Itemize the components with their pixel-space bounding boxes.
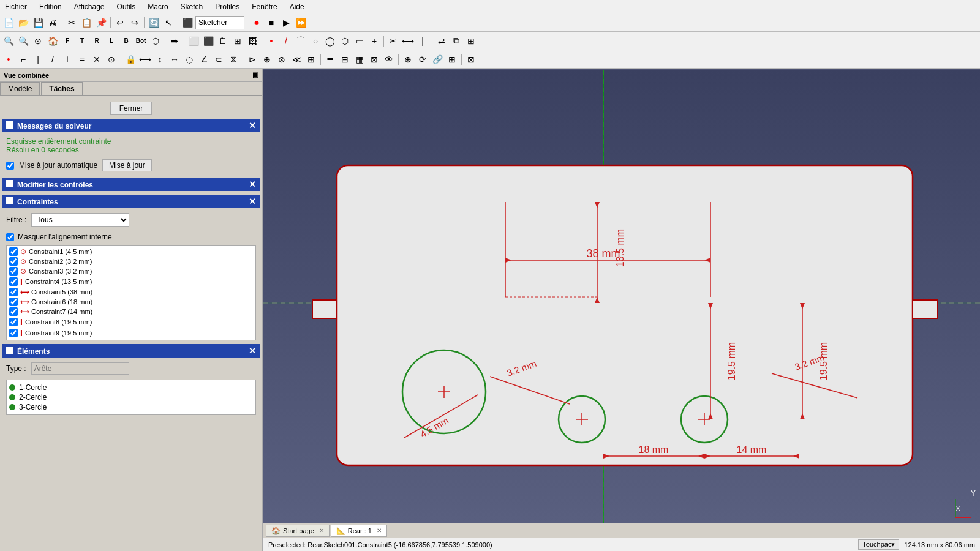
menu-fichier[interactable]: Fichier [2, 2, 29, 12]
cursor-btn[interactable]: ↖ [162, 16, 175, 29]
sk-line[interactable]: / [279, 34, 293, 48]
constraint-check-9[interactable] [9, 329, 18, 337]
touchpac-dropdown[interactable]: Touchpac▾ [858, 539, 899, 550]
sk-arc[interactable]: ⌒ [294, 34, 307, 48]
view-top[interactable]: T [75, 34, 89, 48]
sk-poly[interactable]: ⬡ [338, 34, 352, 48]
close-button[interactable]: Fermer [110, 102, 153, 115]
open-btn[interactable]: 📂 [17, 16, 30, 29]
con-circle-c[interactable]: ⊙ [105, 53, 118, 66]
tab-start-close-icon[interactable]: ✕ [319, 527, 324, 534]
sk-circle[interactable]: ○ [309, 34, 322, 48]
con-point[interactable]: • [2, 53, 15, 66]
view-iso[interactable]: ⬡ [149, 34, 162, 48]
view-right[interactable]: R [90, 34, 104, 48]
constraint-item-7[interactable]: ⟷ Constraint7 (14 mm) [8, 307, 254, 317]
con-equal[interactable]: = [75, 53, 89, 66]
tab-modele[interactable]: Modèle [0, 82, 40, 95]
sk-more[interactable]: + [368, 34, 381, 48]
constraint-check-5[interactable] [9, 288, 18, 296]
con-sym[interactable]: ⧖ [227, 53, 240, 66]
con-dim[interactable]: ↔ [168, 53, 181, 66]
view-std2[interactable]: ⬛ [202, 34, 215, 48]
view-std1[interactable]: ⬜ [187, 34, 200, 48]
con-list4[interactable]: ⊠ [368, 53, 381, 66]
paste-btn[interactable]: 📌 [94, 16, 108, 29]
auto-update-checkbox[interactable] [6, 162, 14, 170]
con-del[interactable]: ⟳ [416, 53, 429, 66]
con-list1[interactable]: ≣ [323, 53, 337, 66]
play-btn[interactable]: ▶ [279, 16, 293, 29]
con-hori[interactable]: ⟷ [138, 53, 152, 66]
con-last[interactable]: ⊞ [445, 53, 459, 66]
con-cross[interactable]: ✕ [90, 53, 104, 66]
sketcher-dropdown[interactable]: Sketcher [195, 16, 244, 29]
element-item-2[interactable]: 2-Cercle [9, 392, 253, 402]
element-item-1[interactable]: 1-Cercle [9, 383, 253, 392]
constraint-item-9[interactable]: I Constraint9 (19.5 mm) [8, 328, 254, 339]
elements-close-icon[interactable]: ✕ [249, 346, 256, 356]
solver-section-header[interactable]: Messages du solveur ✕ [2, 119, 260, 132]
menu-edition[interactable]: Edition [37, 2, 64, 12]
constraint-item-6[interactable]: ⟷ Constraint6 (18 mm) [8, 297, 254, 307]
sk-extend[interactable]: ⟷ [401, 34, 415, 48]
con-ext2[interactable]: ⊕ [260, 53, 274, 66]
contraintes-close-icon[interactable]: ✕ [249, 197, 256, 206]
view-fit[interactable]: 🔍 [2, 34, 15, 48]
con-vert2[interactable]: ↕ [153, 53, 167, 66]
sk-array[interactable]: ⊞ [464, 34, 478, 48]
con-ext5[interactable]: ⊞ [304, 53, 318, 66]
element-item-3[interactable]: 3-Cercle [9, 402, 253, 412]
constraint-check-2[interactable] [9, 257, 18, 266]
con-vis[interactable]: 👁 [382, 53, 396, 66]
sk-rect[interactable]: ▭ [353, 34, 366, 48]
refresh-btn[interactable]: 🔄 [147, 16, 160, 29]
con-list2[interactable]: ⊟ [338, 53, 352, 66]
constraint-check-7[interactable] [9, 307, 18, 316]
record-btn[interactable]: ● [250, 16, 263, 29]
con-ext4[interactable]: ≪ [290, 53, 303, 66]
contraintes-section-header[interactable]: Contraintes ✕ [2, 195, 260, 208]
con-angle[interactable]: ∠ [197, 53, 211, 66]
con-diag[interactable]: / [46, 53, 59, 66]
view-bottom[interactable]: Bot [134, 34, 148, 48]
save-btn[interactable]: 💾 [31, 16, 45, 29]
constraint-check-8[interactable] [9, 318, 18, 326]
print-btn[interactable]: 🖨 [46, 16, 59, 29]
panel-expand-icon[interactable]: ▣ [252, 71, 258, 79]
modif-section-header[interactable]: Modifier les contrôles ✕ [2, 178, 260, 191]
undo-btn[interactable]: ↩ [113, 16, 127, 29]
menu-sketch[interactable]: Sketch [178, 2, 206, 12]
stop-btn[interactable]: ■ [265, 16, 278, 29]
view-select[interactable]: 🔍 [17, 34, 30, 48]
auto-update-button[interactable]: Mise à jour [102, 159, 152, 171]
con-attach[interactable]: 🔗 [431, 53, 444, 66]
con-vert[interactable]: | [31, 53, 45, 66]
sk-point[interactable]: • [265, 34, 278, 48]
view-std4[interactable]: ⊞ [231, 34, 244, 48]
con-ext3[interactable]: ⊗ [275, 53, 288, 66]
sk-mirror[interactable]: ⇄ [435, 34, 448, 48]
solver-close-icon[interactable]: ✕ [249, 121, 256, 130]
elements-section-header[interactable]: Éléments ✕ [2, 344, 260, 358]
con-list3[interactable]: ▦ [353, 53, 366, 66]
redo-btn[interactable]: ↪ [128, 16, 141, 29]
constraint-check-3[interactable] [9, 267, 18, 276]
constraint-check-4[interactable] [9, 277, 18, 286]
sk-split[interactable]: | [416, 34, 429, 48]
constraint-check-6[interactable] [9, 298, 18, 306]
menu-aide[interactable]: Aide [287, 2, 307, 12]
constraint-item-8[interactable]: I Constraint8 (19.5 mm) [8, 317, 254, 328]
viewport[interactable]: 38 mm 13.5 mm 19.5 mm 19.5 mm [263, 69, 980, 551]
view-left[interactable]: L [105, 34, 118, 48]
constraint-item-3[interactable]: ⊙ Constraint3 (3.2 mm) [8, 266, 254, 276]
sk-clone[interactable]: ⧉ [450, 34, 463, 48]
menu-macro[interactable]: Macro [145, 2, 170, 12]
menu-fenetre[interactable]: Fenêtre [249, 2, 279, 12]
constraint-item-1[interactable]: ⊙ Constraint1 (4.5 mm) [8, 247, 254, 257]
constraint-item-4[interactable]: I Constraint4 (13.5 mm) [8, 276, 254, 287]
tab-start-page[interactable]: 🏠 Start page ✕ [266, 525, 330, 537]
view-front[interactable]: F [61, 34, 74, 48]
con-lock[interactable]: 🔒 [124, 53, 137, 66]
con-snap[interactable]: ⊂ [212, 53, 225, 66]
